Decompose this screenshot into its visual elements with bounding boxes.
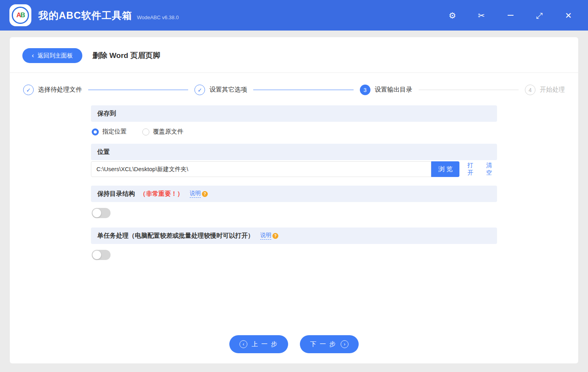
next-arrow-icon: ›	[341, 340, 348, 348]
next-step-button[interactable]: 下 一 步 ›	[300, 335, 359, 353]
location-title: 位置	[97, 148, 110, 156]
titlebar-icons: ⚙ ✂ ⤢ ✕	[448, 11, 579, 20]
settings-sections: 保存到 指定位置 覆盖原文件 位置 浏 览 打开 清空 保持目录结构 （非	[10, 105, 578, 260]
step-other-options: ✓ 设置其它选项	[194, 85, 247, 95]
radio-specified-label: 指定位置	[102, 128, 127, 136]
save-to-section-header: 保存到	[91, 105, 497, 122]
output-path-row: 浏 览 打开 清空	[91, 161, 497, 177]
next-step-label: 下 一 步	[310, 340, 336, 349]
previous-step-label: 上 一 步	[252, 340, 278, 349]
toggle-knob	[93, 251, 101, 259]
step-select-files: ✓ 选择待处理文件	[23, 85, 82, 95]
question-mark-icon: ?	[272, 233, 278, 239]
step-1-check-icon: ✓	[23, 85, 34, 95]
single-task-toggle[interactable]	[92, 250, 111, 260]
logo-letter-b: B	[20, 11, 24, 19]
toggle-knob	[93, 209, 101, 217]
step-4-number: 4	[525, 85, 535, 95]
minimize-bar	[508, 15, 514, 16]
back-to-dashboard-button[interactable]: ‹ 返回到主面板	[22, 48, 82, 63]
step-connector-1	[88, 90, 188, 90]
app-logo: A B	[9, 4, 31, 26]
keep-structure-title: 保持目录结构	[97, 190, 135, 198]
maximize-icon[interactable]: ⤢	[535, 11, 544, 20]
logo-letter-a: A	[16, 11, 20, 19]
step-3-label: 设置输出目录	[375, 86, 412, 94]
step-connector-3	[419, 90, 519, 90]
wizard-nav-buttons: ‹ 上 一 步 下 一 步 ›	[10, 335, 578, 353]
radio-unselected-icon	[142, 128, 149, 135]
radio-selected-icon	[92, 128, 99, 135]
keep-structure-toggle[interactable]	[92, 208, 111, 218]
main-panel: ‹ 返回到主面板 删除 Word 页眉页脚 ✓ 选择待处理文件 ✓ 设置其它选项…	[10, 37, 578, 363]
single-task-help-label: 说明	[260, 232, 271, 240]
browse-button[interactable]: 浏 览	[431, 161, 459, 177]
radio-overwrite-original[interactable]: 覆盖原文件	[142, 128, 183, 136]
page-header: ‹ 返回到主面板 删除 Word 页眉页脚	[10, 37, 578, 73]
stepper: ✓ 选择待处理文件 ✓ 设置其它选项 3 设置输出目录 4 开始处理	[10, 73, 578, 105]
step-connector-2	[253, 90, 353, 90]
minimize-icon[interactable]	[506, 11, 515, 20]
question-mark-icon: ?	[202, 191, 208, 197]
step-4-label: 开始处理	[540, 86, 565, 94]
single-task-help-link[interactable]: 说明 ?	[260, 232, 278, 240]
back-chevron-icon: ‹	[32, 52, 34, 59]
back-button-label: 返回到主面板	[38, 52, 73, 60]
keep-structure-help-link[interactable]: 说明 ?	[190, 190, 208, 198]
spacer	[91, 220, 497, 228]
clear-path-link[interactable]: 清空	[486, 162, 497, 177]
prev-arrow-icon: ‹	[240, 340, 247, 348]
keep-structure-help-label: 说明	[190, 190, 201, 198]
app-logo-ring: A B	[12, 7, 29, 24]
keep-structure-important-note: （非常重要！）	[140, 190, 183, 198]
settings-gear-icon[interactable]: ⚙	[448, 11, 457, 20]
step-2-label: 设置其它选项	[209, 86, 247, 94]
save-location-radio-group: 指定位置 覆盖原文件	[92, 128, 497, 136]
output-path-input[interactable]	[91, 161, 431, 177]
close-icon[interactable]: ✕	[564, 11, 573, 20]
step-start-processing: 4 开始处理	[525, 85, 565, 95]
titlebar: A B 我的ABC软件工具箱 WodeABC v6.38.0 ⚙ ✂ ⤢ ✕	[0, 0, 588, 31]
single-task-title: 单任务处理（电脑配置较差或批量处理较慢时可以打开）	[97, 232, 254, 240]
page-title: 删除 Word 页眉页脚	[93, 51, 160, 61]
step-2-check-icon: ✓	[194, 85, 205, 95]
step-output-directory: 3 设置输出目录	[360, 85, 412, 95]
location-section-header: 位置	[91, 144, 497, 160]
app-version: WodeABC v6.38.0	[137, 14, 179, 20]
radio-specified-location[interactable]: 指定位置	[92, 128, 127, 136]
app-title: 我的ABC软件工具箱	[38, 9, 132, 22]
scissors-icon[interactable]: ✂	[477, 11, 486, 20]
radio-overwrite-label: 覆盖原文件	[153, 128, 183, 136]
spacer	[91, 177, 497, 186]
previous-step-button[interactable]: ‹ 上 一 步	[229, 335, 288, 353]
step-3-number: 3	[360, 85, 370, 95]
single-task-section-header: 单任务处理（电脑配置较差或批量处理较慢时可以打开） 说明 ?	[91, 228, 497, 244]
keep-structure-section-header: 保持目录结构 （非常重要！） 说明 ?	[91, 186, 497, 202]
save-to-title: 保存到	[97, 110, 116, 118]
step-1-label: 选择待处理文件	[38, 86, 82, 94]
open-folder-link[interactable]: 打开	[467, 162, 478, 177]
